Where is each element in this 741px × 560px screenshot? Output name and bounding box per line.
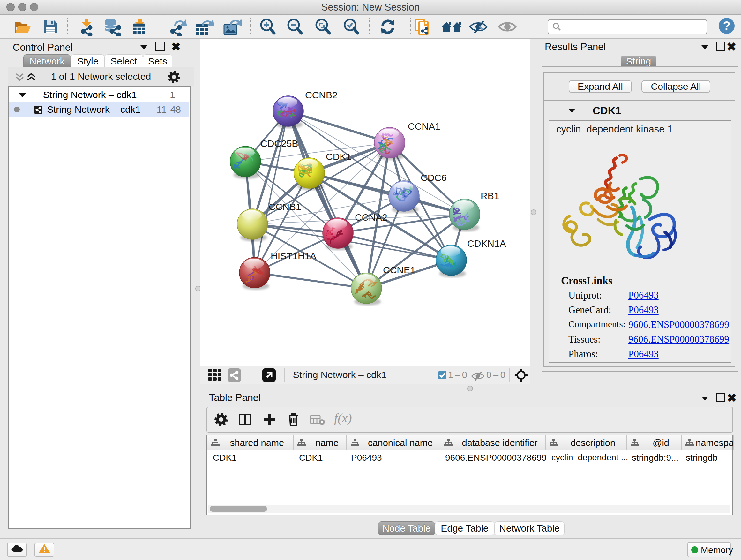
svg-text:CCNB1: CCNB1: [269, 201, 301, 212]
svg-text:CCNA2: CCNA2: [355, 212, 387, 223]
svg-text:HIST1H1A: HIST1H1A: [271, 251, 316, 261]
svg-text:CDK1: CDK1: [326, 151, 351, 162]
svg-text:CDC25B: CDC25B: [260, 138, 298, 149]
svg-text:CCNA1: CCNA1: [408, 121, 441, 132]
svg-text:CCNB2: CCNB2: [305, 90, 338, 100]
svg-text:CDKN1A: CDKN1A: [467, 238, 506, 249]
svg-text:CCNE1: CCNE1: [383, 265, 415, 275]
svg-text:RB1: RB1: [481, 191, 499, 201]
svg-text:CDC6: CDC6: [421, 172, 447, 183]
